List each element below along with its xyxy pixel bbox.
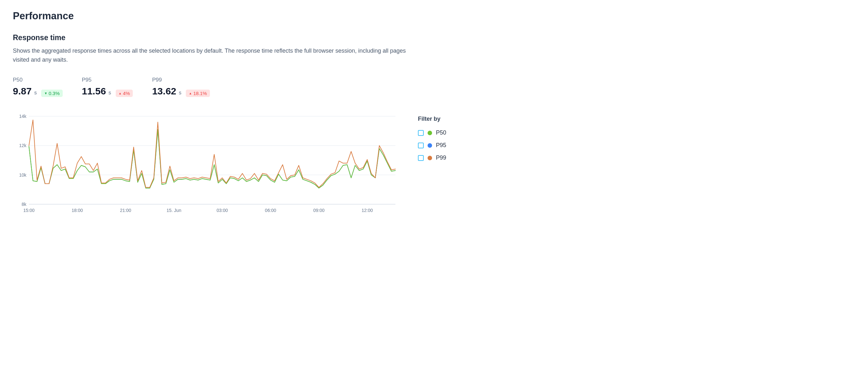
caret-up-icon: ▲ [119,92,122,95]
x-axis-tick: 09:00 [313,208,324,213]
x-axis-tick: 18:00 [72,208,83,213]
series-line-p95 [29,130,396,188]
metric-unit: s [179,90,181,96]
metric-p95: P9511.56s▲ 4% [82,77,133,97]
metric-unit: s [34,90,37,96]
legend-item-p99[interactable]: P99 [418,154,446,161]
metric-label: P95 [82,77,133,83]
metric-delta-badge: ▼ 0.3% [41,90,62,97]
legend-label: P50 [436,130,446,136]
metric-value: 9.87 [13,86,31,97]
metric-delta-value: 4% [123,91,130,96]
series-line-p99 [29,120,396,187]
legend-color-dot [428,143,432,148]
legend-checkbox[interactable] [418,143,424,148]
y-axis-tick: 12k [19,143,27,148]
metric-value-row: 13.62s▲ 18.1% [152,86,210,97]
metric-value: 13.62 [152,86,176,97]
metric-value-row: 9.87s▼ 0.3% [13,86,63,97]
legend-item-p50[interactable]: P50 [418,130,446,136]
caret-up-icon: ▲ [189,92,192,95]
chart-legend: Filter by P50P95P99 [418,113,446,167]
legend-item-p95[interactable]: P95 [418,142,446,149]
metric-delta-value: 18.1% [193,91,207,96]
legend-title: Filter by [418,116,446,122]
metric-delta-badge: ▲ 18.1% [186,90,210,97]
metric-delta-value: 0.3% [49,91,60,96]
x-axis-tick: 15:00 [23,208,34,213]
x-axis-tick: 21:00 [120,208,131,213]
legend-checkbox[interactable] [418,130,424,136]
metric-unit: s [108,90,111,96]
section-description: Shows the aggregated response times acro… [13,46,418,65]
x-axis-tick: 06:00 [265,208,276,213]
y-axis-tick: 10k [19,172,27,178]
metric-value: 11.56 [82,86,106,97]
response-time-chart: 8k10k12k14k15:0018:0021:0015. Jun03:0006… [13,113,399,217]
y-axis-tick: 14k [19,114,27,119]
caret-down-icon: ▼ [44,92,47,95]
series-line-p50 [29,130,396,188]
metric-p99: P9913.62s▲ 18.1% [152,77,210,97]
page-title: Performance [13,10,495,22]
x-axis-tick: 12:00 [362,208,373,213]
metric-p50: P509.87s▼ 0.3% [13,77,63,97]
line-chart-svg: 8k10k12k14k15:0018:0021:0015. Jun03:0006… [13,113,399,216]
legend-color-dot [428,131,432,135]
metrics-row: P509.87s▼ 0.3%P9511.56s▲ 4%P9913.62s▲ 18… [13,77,495,97]
x-axis-tick: 15. Jun [166,208,181,213]
legend-label: P95 [436,142,446,149]
metric-value-row: 11.56s▲ 4% [82,86,133,97]
legend-checkbox[interactable] [418,155,424,161]
metric-label: P99 [152,77,210,83]
section-title: Response time [13,33,495,42]
metric-delta-badge: ▲ 4% [116,90,133,97]
y-axis-tick: 8k [22,202,27,207]
x-axis-tick: 03:00 [217,208,228,213]
legend-label: P99 [436,154,446,161]
legend-color-dot [428,156,432,160]
metric-label: P50 [13,77,63,83]
